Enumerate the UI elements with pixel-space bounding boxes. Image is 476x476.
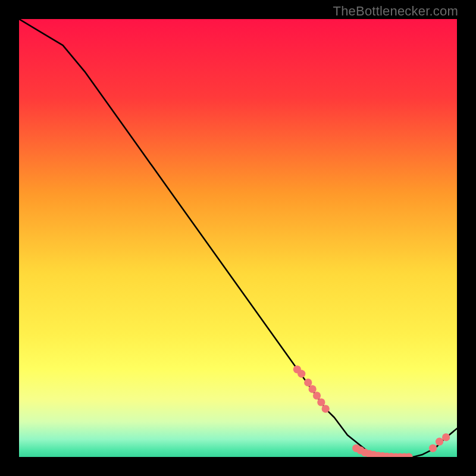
curve-layer: [19, 19, 457, 457]
data-marker: [436, 438, 443, 446]
data-markers: [293, 365, 450, 457]
chart-stage: TheBottlenecker.com: [0, 0, 476, 476]
data-marker: [317, 398, 325, 406]
data-marker: [298, 370, 305, 378]
data-marker: [313, 392, 321, 399]
data-marker: [442, 433, 450, 441]
data-marker: [308, 385, 316, 393]
data-marker: [429, 444, 437, 452]
bottleneck-curve: [19, 19, 457, 457]
plot-area: [19, 19, 457, 457]
data-marker: [322, 405, 330, 412]
data-marker: [304, 378, 312, 386]
attribution-label: TheBottlenecker.com: [333, 4, 458, 19]
